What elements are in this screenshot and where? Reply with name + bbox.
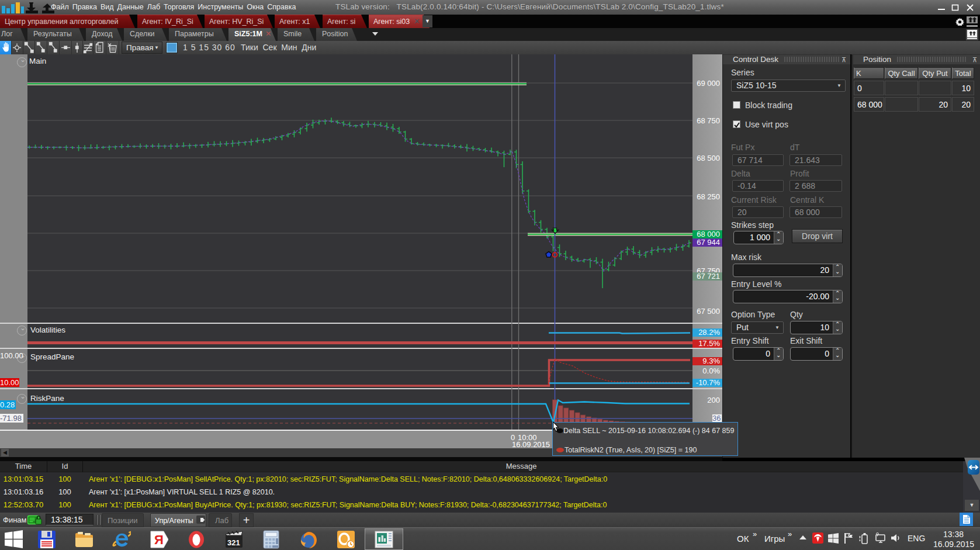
svg-text:321: 321	[227, 538, 240, 547]
svg-text:Я: Я	[154, 532, 164, 547]
